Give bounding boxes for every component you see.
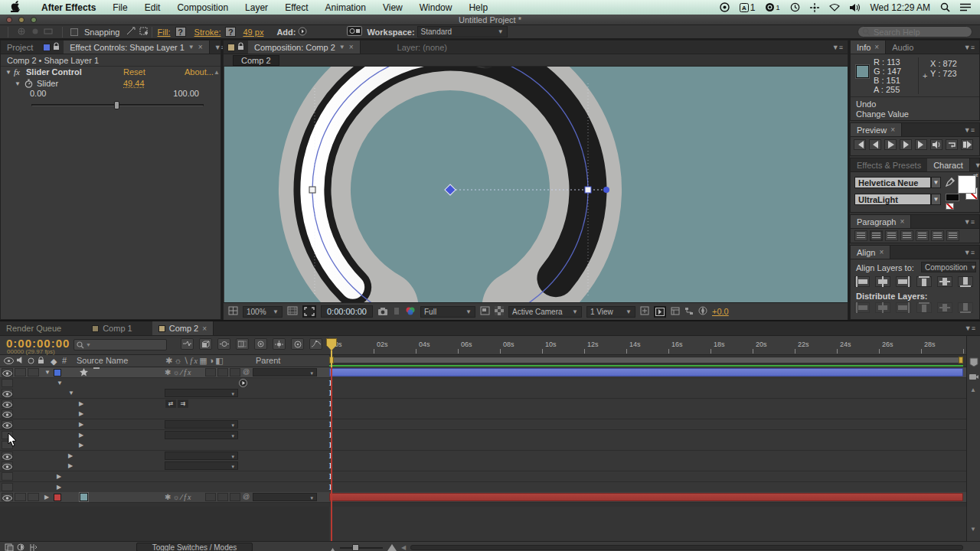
spotlight-search-icon[interactable] (940, 2, 950, 12)
switch-box[interactable] (205, 368, 216, 377)
composition-viewport[interactable] (224, 67, 848, 302)
auto-keyframe-icon[interactable] (291, 338, 304, 350)
expand-layer-switches-icon[interactable] (5, 543, 14, 551)
align-top-button[interactable] (916, 276, 932, 287)
scroll-up-icon[interactable]: ▲ (970, 386, 976, 393)
exposure-icon[interactable] (698, 306, 707, 317)
align-h-center-button[interactable] (875, 276, 890, 287)
paragraph-justify-last-center-button[interactable] (916, 230, 929, 241)
expand-inout-columns-icon[interactable] (29, 543, 38, 551)
exposure-value[interactable]: +0.0 (712, 307, 729, 316)
align-v-center-button[interactable] (937, 276, 952, 287)
paragraph-align-right-button[interactable] (885, 230, 898, 241)
show-snapshot-icon[interactable] (393, 307, 400, 317)
live-update-icon[interactable] (181, 338, 194, 350)
audio-cell[interactable] (15, 368, 26, 377)
timeline-zoom-slider-handle[interactable] (352, 544, 359, 551)
switch-box[interactable] (205, 493, 216, 501)
blend-mode-dropdown[interactable] (165, 452, 238, 460)
property-row[interactable]: ▶I (0, 430, 966, 441)
switch-box[interactable] (217, 493, 228, 501)
layer-duration-bar[interactable] (329, 493, 963, 501)
property-row[interactable]: ▼I (0, 388, 966, 399)
scroll-left-icon[interactable]: ◀ (401, 544, 406, 551)
property-expander-icon[interactable]: ▶ (68, 462, 73, 469)
layer-label-chip[interactable] (54, 369, 61, 377)
tab-composition[interactable]: Composition: Comp 2 ▼ × (248, 41, 361, 54)
slider-track[interactable] (31, 101, 204, 109)
blend-mode-dropdown[interactable] (165, 461, 238, 470)
parent-dropdown[interactable] (253, 368, 317, 377)
property-expander-icon[interactable]: ▶ (79, 432, 83, 439)
frame-blending-icon[interactable] (236, 338, 249, 350)
volume-icon[interactable] (850, 3, 861, 12)
ram-preview-button[interactable] (961, 139, 973, 150)
pixel-aspect-icon[interactable] (640, 306, 649, 317)
layer-switches-icons[interactable]: ✱☼∕fx (165, 493, 192, 501)
tracking-swatch[interactable] (946, 194, 959, 201)
zoom-out-timeline-icon[interactable] (329, 545, 336, 551)
search-help-input[interactable] (858, 26, 972, 37)
next-frame-button[interactable] (900, 139, 912, 150)
expand-transfer-controls-icon[interactable] (17, 543, 26, 551)
transparency-grid-icon[interactable] (495, 306, 504, 317)
motion-blur-icon[interactable] (254, 338, 267, 350)
visibility-cell[interactable] (2, 493, 13, 501)
param-value[interactable]: 49.44 (123, 79, 145, 88)
tab-info[interactable]: Info× (851, 41, 886, 54)
effect-name[interactable]: Slider Control (26, 67, 82, 77)
snap-mask-icon[interactable] (139, 27, 149, 37)
solo-lock-cell[interactable] (28, 493, 39, 501)
panel-lock-icon[interactable] (237, 42, 244, 52)
view-layout-dropdown[interactable]: 1 View▼ (586, 306, 635, 318)
paragraph-justify-last-right-button[interactable] (931, 230, 944, 241)
parent-pickwhip-icon[interactable]: @ (243, 493, 250, 500)
tab-preview[interactable]: Preview× (851, 123, 902, 136)
add-shape-attribute-button[interactable] (239, 379, 247, 389)
slider-handle[interactable] (114, 101, 119, 109)
property-row[interactable]: ▶⇄⇉I (0, 399, 966, 409)
path-direction-icon[interactable]: ⇄ (165, 399, 176, 408)
work-area-bar[interactable] (329, 357, 963, 364)
viewport-timecode[interactable]: 0:00:00:00 (321, 305, 373, 318)
property-row[interactable]: ▶I (0, 451, 966, 461)
param-name[interactable]: Slider (37, 79, 58, 88)
panel-menu-icon[interactable]: ▼≡ (960, 321, 980, 335)
property-expander-icon[interactable]: ▼ (57, 380, 63, 386)
panel-menu-icon[interactable]: ▼≡ (959, 41, 979, 54)
magnification-dropdown[interactable]: 100%▼ (243, 306, 283, 318)
paragraph-align-left-button[interactable] (854, 230, 867, 241)
time-ruler[interactable]: 0s02s04s06s08s10s12s14s16s18s20s22s24s26… (329, 336, 966, 355)
align-right-button[interactable] (896, 276, 911, 287)
tab-close-icon[interactable]: × (349, 43, 354, 51)
hide-shy-layers-icon[interactable] (217, 338, 230, 350)
blend-mode-dropdown[interactable] (165, 420, 238, 429)
eyedropper-icon[interactable] (946, 178, 955, 188)
wifi-icon[interactable] (829, 3, 840, 11)
align-to-dropdown[interactable]: Composition▼ (921, 262, 976, 272)
paragraph-align-center-button[interactable] (870, 230, 883, 241)
paragraph-justify-last-left-button[interactable] (900, 230, 913, 241)
toggle-switches-modes-button[interactable]: Toggle Switches / Modes (136, 543, 253, 551)
visibility-cell[interactable] (2, 420, 13, 429)
property-expander-icon[interactable]: ▼ (68, 390, 74, 396)
blend-mode-dropdown[interactable] (165, 389, 238, 397)
panel-menu-icon[interactable]: ▼≡ (959, 246, 979, 259)
align-bottom-button[interactable] (958, 276, 973, 287)
time-machine-icon[interactable] (790, 2, 800, 12)
zoom-in-timeline-icon[interactable] (387, 543, 397, 551)
visibility-cell[interactable] (2, 452, 13, 460)
stroke-label[interactable]: Stroke: (194, 28, 221, 37)
camera-dropdown[interactable]: Active Camera▼ (508, 306, 582, 318)
add-shape-button[interactable] (298, 27, 307, 37)
tab-character[interactable]: Charact (927, 158, 970, 171)
layer-name[interactable] (93, 367, 100, 369)
horizontal-scrollbar[interactable] (410, 545, 963, 550)
stopwatch-icon[interactable] (24, 79, 33, 90)
current-time-indicator-line[interactable] (331, 367, 332, 541)
tab-effect-controls[interactable]: Effect Controls: Shape Layer 1 ▼ × (64, 41, 209, 54)
screen-record-indicator-icon[interactable] (720, 2, 730, 12)
menu-effect[interactable]: Effect (276, 2, 316, 13)
property-expander-icon[interactable]: ▶ (57, 484, 61, 491)
audio-cell[interactable] (15, 493, 26, 501)
